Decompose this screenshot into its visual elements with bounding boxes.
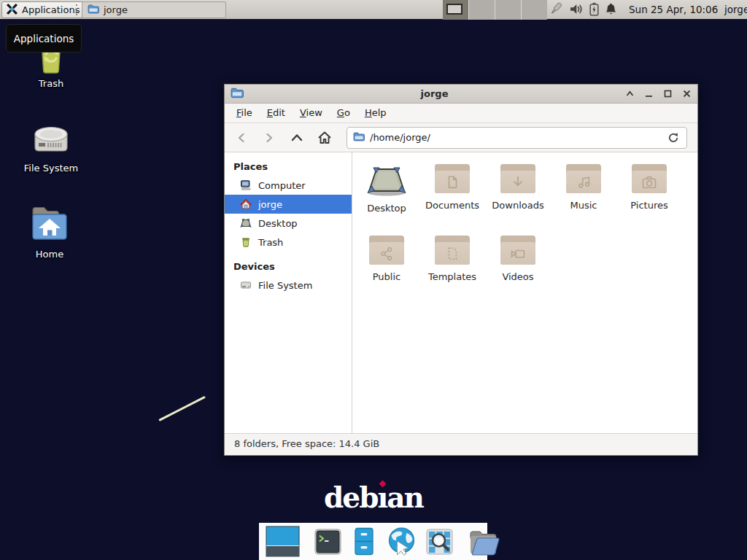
menu-file[interactable]: File (229, 104, 260, 122)
file-cabinet-icon (349, 526, 379, 556)
path-input[interactable]: /home/jorge/ (370, 132, 661, 143)
folder-icon (566, 164, 601, 195)
hard-drive-icon (29, 115, 73, 160)
folder-item-pictures[interactable]: Pictures (616, 163, 682, 234)
dock (259, 523, 487, 560)
dock-file-cabinet-button[interactable] (349, 526, 379, 556)
location-bar[interactable]: /home/jorge/ (347, 127, 687, 149)
file-manager-window: jorge File Edit View Go Help (224, 84, 698, 456)
folder-label: Desktop (367, 203, 406, 214)
taskbar-window-button[interactable]: jorge (82, 1, 226, 18)
dock-app-finder-button[interactable] (425, 527, 454, 556)
sidebar: Places Computer (225, 152, 352, 433)
desktop-icon-file-system[interactable]: File System (16, 115, 86, 174)
computer-icon (240, 179, 252, 191)
workspace-3[interactable] (495, 0, 522, 20)
window-controls (625, 89, 692, 98)
folder-item-public[interactable]: Public (354, 234, 419, 306)
applications-menu-button[interactable]: Applications (1, 1, 86, 18)
folder-icon (632, 164, 667, 195)
notifications-bell-icon[interactable] (605, 3, 617, 18)
folder-label: Downloads (492, 200, 543, 211)
reload-button[interactable] (666, 131, 681, 145)
home-button[interactable] (314, 127, 336, 149)
folder-item-music[interactable]: Music (551, 163, 616, 234)
logo-text-i: ı (377, 481, 387, 514)
menu-bar: File Edit View Go Help (225, 104, 697, 123)
folder-item-templates[interactable]: Templates (419, 234, 485, 306)
debian-logo: debıan (301, 481, 446, 514)
folder-item-desktop[interactable]: Desktop (354, 163, 419, 234)
minimize-button[interactable] (644, 89, 654, 98)
sidebar-item-desktop[interactable]: Desktop (225, 214, 352, 233)
desktop-icon-home[interactable]: Home (15, 203, 85, 260)
volume-icon[interactable] (570, 3, 584, 18)
back-button[interactable] (231, 127, 252, 149)
menu-help[interactable]: Help (357, 104, 394, 122)
panel-clock[interactable]: Sun 25 Apr, 10:06 (629, 0, 718, 20)
taskbar-window-label: jorge (104, 4, 128, 15)
dock-web-browser-button[interactable] (385, 526, 418, 557)
menu-view[interactable]: View (293, 104, 330, 122)
logo-text-post: an (387, 481, 423, 514)
drive-icon (240, 279, 252, 291)
folder-label: Videos (502, 271, 533, 282)
applications-tooltip: Applications (6, 24, 82, 52)
stylus-tool-icon[interactable] (548, 1, 564, 19)
taskbar-folder-icon (88, 4, 99, 16)
window-title: jorge (248, 88, 621, 99)
sidebar-item-file-system[interactable]: File System (225, 276, 352, 295)
menu-go[interactable]: Go (330, 104, 357, 122)
workspace-4[interactable] (522, 0, 547, 20)
folder-icon (500, 236, 535, 266)
up-button[interactable] (286, 127, 308, 149)
dock-show-desktop-button[interactable] (266, 526, 300, 557)
folder-icon (435, 236, 470, 266)
toolbar: /home/jorge/ (225, 123, 697, 152)
sidebar-item-label: Computer (258, 180, 306, 191)
close-button[interactable] (682, 89, 692, 98)
sidebar-item-jorge[interactable]: jorge (225, 195, 352, 214)
forward-button[interactable] (258, 127, 280, 149)
window-titlebar[interactable]: jorge (225, 85, 697, 104)
folder-label: Pictures (630, 200, 667, 211)
battery-charging-icon[interactable] (589, 2, 599, 18)
dock-file-manager-button[interactable] (468, 527, 500, 556)
sidebar-item-computer[interactable]: Computer (225, 176, 352, 195)
home-folder-icon (27, 203, 72, 246)
home-icon (240, 198, 252, 210)
web-browser-globe-icon (385, 526, 418, 557)
menu-edit[interactable]: Edit (260, 104, 293, 122)
folder-item-videos[interactable]: Videos (485, 234, 551, 306)
folder-icon (369, 236, 404, 266)
sidebar-item-label: File System (258, 280, 312, 291)
workspace-switcher[interactable] (443, 0, 547, 20)
folder-item-documents[interactable]: Documents (419, 163, 485, 234)
shade-button[interactable] (625, 89, 635, 98)
folder-icon (435, 164, 470, 195)
top-panel: Applications jorge (0, 0, 747, 20)
status-text: 8 folders, Free space: 14.4 GiB (234, 438, 379, 449)
maximize-button[interactable] (663, 89, 673, 98)
dock-terminal-button[interactable] (313, 527, 343, 556)
workspace-2[interactable] (469, 0, 495, 20)
desktop: Applications jorge (0, 0, 747, 560)
panel-username[interactable]: jorge (724, 0, 747, 20)
trash-icon (240, 236, 252, 248)
file-grid: Desktop Documents (352, 152, 697, 433)
folder-icon (500, 164, 535, 195)
desktop-icon-label: File System (16, 163, 86, 174)
sidebar-item-trash[interactable]: Trash (225, 233, 352, 252)
show-desktop-icon (266, 526, 300, 557)
desktop-icon (240, 217, 252, 229)
pathbar-folder-icon (353, 132, 365, 144)
folder-label: Documents (425, 200, 479, 211)
sidebar-item-label: jorge (258, 199, 282, 210)
folder-item-downloads[interactable]: Downloads (485, 163, 551, 234)
logo-text-pre: deb (324, 481, 377, 514)
workspace-1[interactable] (443, 0, 469, 20)
applications-tooltip-text: Applications (14, 33, 74, 44)
window-body: Places Computer (225, 152, 697, 433)
panel-separator-handle[interactable] (76, 4, 79, 15)
window-folder-icon (231, 88, 244, 101)
